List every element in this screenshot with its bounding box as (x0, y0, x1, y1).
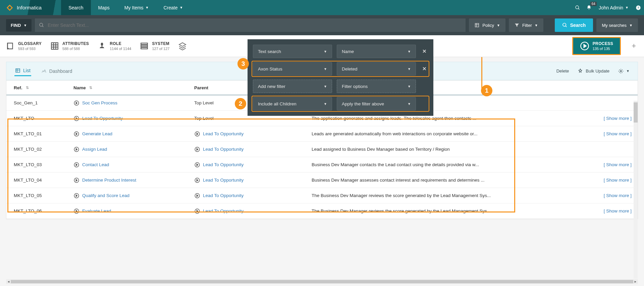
row-description: Business Dev Manager assesses contact in… (312, 178, 600, 183)
facet-system[interactable]: SYSTEM127 of 127 (140, 41, 169, 51)
help-icon[interactable]: ? (633, 5, 644, 10)
filter-row-textsearch: Text search▼ Name▼ ✕ (253, 45, 428, 58)
show-more-link[interactable]: [ Show more ] (604, 162, 632, 167)
filter-select-label: Add new filter (258, 84, 285, 89)
gear-icon (618, 68, 624, 74)
process-row-icon (73, 208, 79, 214)
brand[interactable]: Informatica (0, 0, 48, 15)
facet-glossary[interactable]: GLOSSARY593 of 593 (6, 41, 42, 51)
facet-attributes[interactable]: ATTRIBUTES588 of 588 (50, 41, 89, 51)
filter-options-select[interactable]: Filter options▼ (337, 80, 416, 93)
find-button[interactable]: FIND▼ (6, 19, 32, 32)
row-description: The Business Dev Manager reviews the sco… (312, 208, 600, 213)
nav-maps[interactable]: Maps (91, 0, 117, 15)
svg-text:?: ? (637, 6, 639, 9)
my-searches-button[interactable]: My searches▼ (596, 18, 638, 32)
parent-link[interactable]: Lead To Opportunity (194, 146, 312, 152)
show-more-link[interactable]: [ Show more ] (604, 178, 632, 183)
svg-line-12 (566, 26, 567, 27)
sort-icon: ⇅ (89, 86, 92, 90)
process-row-icon (73, 193, 79, 199)
global-search-icon[interactable] (572, 5, 583, 10)
chevron-down-icon: ▼ (625, 6, 629, 9)
add-facet-button[interactable]: + (630, 42, 638, 50)
parent-link[interactable]: Lead To Opportunity (194, 177, 312, 183)
process-row-icon (73, 162, 79, 168)
facet-role[interactable]: ROLE1144 of 1144 (98, 41, 131, 51)
parent-link[interactable]: Lead To Opportunity (194, 193, 312, 199)
svg-rect-20 (141, 45, 148, 47)
chevron-down-icon: ▼ (497, 23, 500, 27)
remove-filter-icon[interactable]: ✕ (421, 66, 428, 72)
nav-search-label: Search (68, 5, 83, 10)
show-more-link[interactable]: [ Show more ] (604, 208, 632, 213)
bulk-update-action[interactable]: Bulk Update (578, 68, 609, 74)
user-menu[interactable]: John Admin▼ (595, 5, 633, 10)
filter-select-label: Text search (258, 49, 281, 54)
settings-gear[interactable]: ▼ (618, 68, 630, 74)
filter-select-label: Include all Children (258, 101, 297, 106)
remove-filter-icon[interactable]: ✕ (421, 48, 428, 54)
col-parent-label: Parent (194, 85, 208, 90)
parent-link[interactable]: Lead To Opportunity (194, 162, 312, 168)
delete-action[interactable]: Delete (556, 68, 569, 74)
row-description: The Business Dev Manager reviews the sco… (312, 193, 600, 198)
add-filter-select[interactable]: Add new filter▼ (253, 80, 332, 93)
policy-button[interactable]: Policy▼ (469, 18, 505, 32)
svg-rect-23 (16, 69, 20, 73)
svg-rect-19 (141, 43, 148, 44)
row-description: The application generates and assigns le… (312, 116, 600, 121)
scrollbar-thumb[interactable] (634, 102, 638, 123)
row-ref: MKT_LTO_04 (6, 178, 73, 183)
row-name-link[interactable]: Determine Product Interest (73, 177, 136, 183)
show-more-link[interactable]: [ Show more ] (604, 193, 632, 198)
process-row-icon (194, 193, 200, 199)
process-row-icon (194, 146, 200, 152)
chevron-down-icon: ▼ (324, 85, 327, 88)
facet-layers[interactable] (178, 42, 187, 50)
parent-link[interactable]: Lead To Opportunity (194, 131, 312, 137)
nav-search[interactable]: Search (61, 0, 91, 15)
col-name[interactable]: Name⇅ (73, 85, 194, 90)
tab-list[interactable]: List (14, 66, 31, 76)
search-button[interactable]: Search (555, 18, 593, 32)
notifications-icon[interactable]: 64 (583, 5, 595, 10)
filter-value-select[interactable]: Deleted▼ (337, 62, 416, 76)
filter-button[interactable]: Filter▼ (509, 18, 543, 32)
nav-create[interactable]: Create▼ (156, 0, 190, 15)
apply-filter-select[interactable]: Apply the filter above▼ (337, 97, 416, 110)
col-ref[interactable]: Ref.⇅ (6, 85, 73, 90)
process-row-icon (194, 131, 200, 137)
row-name-link[interactable]: Soc Gen Process (73, 100, 117, 106)
include-children-select[interactable]: Include all Children▼ (253, 97, 332, 110)
tab-dashboard-label: Dashboard (49, 68, 72, 74)
row-name-link[interactable]: Generate Lead (73, 131, 112, 137)
nav-myitems[interactable]: My Items▼ (117, 0, 156, 15)
filter-value-select[interactable]: Name▼ (337, 45, 416, 58)
search-input[interactable] (48, 22, 462, 28)
tab-dashboard[interactable]: Dashboard (41, 66, 73, 76)
vertical-scrollbar[interactable] (634, 101, 638, 279)
show-more-link[interactable]: [ Show more ] (604, 131, 632, 136)
scrollbar-thumb[interactable] (11, 280, 633, 283)
show-more-link[interactable]: [ Show more ] (604, 116, 632, 121)
filter-type-select[interactable]: Axon Status▼ (253, 62, 332, 76)
horizontal-scrollbar[interactable] (6, 279, 638, 284)
chevron-down-icon: ▼ (408, 50, 411, 53)
brand-text: Informatica (17, 5, 42, 10)
chevron-down-icon: ▼ (626, 69, 630, 73)
row-name-link[interactable]: Qualify and Score Lead (73, 193, 129, 199)
row-name-link[interactable]: Lead To Opportunity (73, 115, 123, 122)
filter-type-select[interactable]: Text search▼ (253, 45, 332, 58)
filter-label: Filter (522, 23, 532, 28)
facet-process[interactable]: PROCESS135 of 135 (572, 37, 621, 55)
chevron-down-icon: ▼ (408, 102, 411, 106)
search-input-wrap (35, 18, 466, 32)
row-name-link[interactable]: Assign Lead (73, 146, 107, 152)
svg-point-2 (576, 6, 579, 9)
row-name-link[interactable]: Contact Lead (73, 162, 109, 168)
row-name-link[interactable]: Evaluate Lead (73, 208, 111, 214)
nav-maps-label: Maps (98, 5, 110, 10)
parent-link[interactable]: Lead To Opportunity (194, 208, 312, 214)
process-icon (580, 41, 589, 51)
